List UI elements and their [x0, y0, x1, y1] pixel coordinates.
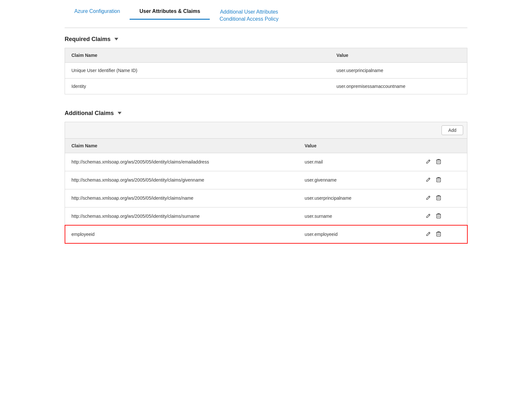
claim-value: user.userprincipalname — [298, 189, 419, 207]
required-claims-col-name: Claim Name — [65, 48, 330, 62]
edit-claim-button[interactable] — [425, 195, 431, 202]
tab-bar: Azure Configuration User Attributes & Cl… — [65, 0, 467, 28]
required-claims-header[interactable]: Required Claims — [65, 28, 467, 48]
claim-name: Unique User Identifier (Name ID) — [65, 62, 330, 78]
tab-user-attributes-claims-label: User Attributes & Claims — [139, 8, 200, 14]
additional-claims-col-actions — [419, 138, 467, 153]
required-claims-section: Required Claims Claim Name Value Unique … — [65, 28, 467, 102]
claim-name: http://schemas.xmlsoap.org/ws/2005/05/id… — [65, 189, 298, 207]
claim-value: user.surname — [298, 207, 419, 225]
edit-icon — [426, 177, 431, 182]
svg-rect-0 — [437, 160, 441, 164]
table-row: Identity user.onpremisessamaccountname — [65, 78, 467, 94]
edit-icon — [426, 159, 431, 164]
delete-claim-button[interactable] — [436, 158, 442, 166]
table-row: http://schemas.xmlsoap.org/ws/2005/05/id… — [65, 153, 467, 171]
tab-user-attributes-claims[interactable]: User Attributes & Claims — [130, 5, 210, 20]
delete-icon — [436, 213, 441, 218]
claim-name: http://schemas.xmlsoap.org/ws/2005/05/id… — [65, 171, 298, 189]
claim-actions — [419, 189, 467, 207]
delete-icon — [436, 231, 441, 237]
edit-claim-button[interactable] — [425, 213, 431, 220]
svg-rect-8 — [437, 196, 441, 200]
table-row: http://schemas.xmlsoap.org/ws/2005/05/id… — [65, 171, 467, 189]
delete-claim-button[interactable] — [436, 195, 442, 202]
delete-icon — [436, 159, 441, 164]
additional-claims-table: Claim Name Value http://schemas.xmlsoap.… — [65, 138, 467, 244]
additional-claims-header[interactable]: Additional Claims — [65, 102, 467, 122]
required-claims-table: Claim Name Value Unique User Identifier … — [65, 48, 467, 94]
table-row: http://schemas.xmlsoap.org/ws/2005/05/id… — [65, 207, 467, 225]
claim-value: user.userprincipalname — [330, 62, 467, 78]
claim-value: user.onpremisessamaccountname — [330, 78, 467, 94]
table-row: http://schemas.xmlsoap.org/ws/2005/05/id… — [65, 189, 467, 207]
tab-azure-config[interactable]: Azure Configuration — [65, 5, 130, 19]
required-claims-col-value: Value — [330, 48, 467, 62]
edit-claim-button[interactable] — [425, 159, 431, 165]
edit-icon — [426, 232, 431, 236]
delete-claim-button[interactable] — [436, 213, 442, 220]
required-claims-chevron-icon — [114, 38, 118, 40]
additional-claims-title: Additional Claims — [65, 110, 114, 117]
claim-name: Identity — [65, 78, 330, 94]
additional-claims-col-value: Value — [298, 138, 419, 153]
claim-value: user.givenname — [298, 171, 419, 189]
svg-rect-12 — [437, 214, 441, 218]
add-claim-button[interactable]: Add — [442, 125, 463, 135]
claim-actions — [419, 153, 467, 171]
edit-icon — [426, 214, 431, 218]
tab-azure-config-label: Azure Configuration — [74, 8, 120, 14]
additional-claims-section: Additional Claims Add Claim Name Value h… — [65, 102, 467, 251]
claim-name: http://schemas.xmlsoap.org/ws/2005/05/id… — [65, 153, 298, 171]
tab-additional-user-attributes-label: Additional User Attributes — [220, 8, 278, 16]
claim-name: http://schemas.xmlsoap.org/ws/2005/05/id… — [65, 207, 298, 225]
tab-conditional-access-label: Conditional Access Policy — [219, 16, 278, 23]
claim-actions — [419, 171, 467, 189]
claim-actions — [419, 225, 467, 243]
svg-rect-4 — [437, 178, 441, 182]
additional-claims-chevron-icon — [118, 112, 122, 114]
claim-name: employeeid — [65, 225, 298, 243]
claim-value: user.mail — [298, 153, 419, 171]
table-row: Unique User Identifier (Name ID) user.us… — [65, 62, 467, 78]
delete-claim-button[interactable] — [436, 231, 442, 238]
claim-value: user.employeeid — [298, 225, 419, 243]
additional-claims-col-name: Claim Name — [65, 138, 298, 153]
tab-additional-user-attributes[interactable]: Additional User Attributes Conditional A… — [210, 5, 288, 27]
edit-claim-button[interactable] — [425, 177, 431, 184]
table-row: employeeid user.employeeid — [65, 225, 467, 243]
required-claims-header-row: Claim Name Value — [65, 48, 467, 62]
delete-icon — [436, 177, 441, 182]
claim-actions — [419, 207, 467, 225]
additional-claims-header-row: Claim Name Value — [65, 138, 467, 153]
delete-icon — [436, 195, 441, 200]
svg-rect-16 — [437, 232, 441, 236]
delete-claim-button[interactable] — [436, 176, 442, 184]
add-toolbar: Add — [65, 122, 467, 138]
edit-icon — [426, 195, 431, 200]
required-claims-title: Required Claims — [65, 36, 111, 43]
edit-claim-button[interactable] — [425, 231, 431, 238]
